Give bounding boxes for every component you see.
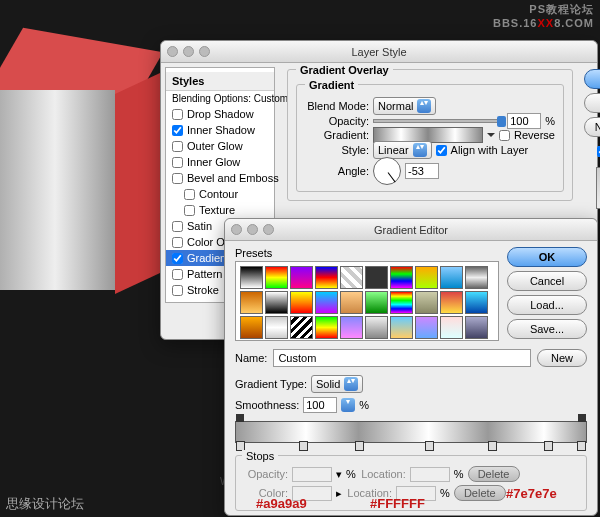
chevron-updown-icon[interactable]: ▾ <box>341 398 355 412</box>
close-icon[interactable] <box>231 224 242 235</box>
preset-swatch[interactable] <box>440 291 463 314</box>
gradient-bar[interactable] <box>235 421 587 443</box>
preset-swatch[interactable] <box>465 316 488 339</box>
preview-swatch <box>596 167 600 209</box>
preset-swatch[interactable] <box>365 266 388 289</box>
layer-style-titlebar[interactable]: Layer Style <box>161 41 597 63</box>
style-checkbox[interactable] <box>172 237 183 248</box>
preset-swatch[interactable] <box>290 291 313 314</box>
delete-button[interactable]: Delete <box>468 466 520 482</box>
style-checkbox[interactable] <box>172 269 183 280</box>
style-item-drop-shadow[interactable]: Drop Shadow <box>166 106 274 122</box>
preset-swatch[interactable] <box>265 266 288 289</box>
ge-save-button[interactable]: Save... <box>507 319 587 339</box>
name-field[interactable] <box>273 349 531 367</box>
preset-swatch[interactable] <box>315 316 338 339</box>
style-item-contour[interactable]: Contour <box>166 186 274 202</box>
zoom-icon[interactable] <box>199 46 210 57</box>
new-button[interactable]: New <box>537 349 587 367</box>
opacity-stop[interactable] <box>236 414 244 422</box>
minimize-icon[interactable] <box>183 46 194 57</box>
gradient-editor-title: Gradient Editor <box>374 224 448 236</box>
style-item-bevel-and-emboss[interactable]: Bevel and Emboss <box>166 170 274 186</box>
style-item-inner-glow[interactable]: Inner Glow <box>166 154 274 170</box>
opacity-field[interactable] <box>507 113 541 129</box>
gradient-dropdown-icon[interactable] <box>487 133 495 141</box>
style-checkbox[interactable] <box>184 205 195 216</box>
style-label: Stroke <box>187 284 219 296</box>
stop-opacity-field[interactable] <box>292 467 332 482</box>
style-checkbox[interactable] <box>172 157 183 168</box>
style-item-texture[interactable]: Texture <box>166 202 274 218</box>
preset-swatch[interactable] <box>340 266 363 289</box>
color-stop[interactable] <box>299 441 308 451</box>
preset-swatch[interactable] <box>415 291 438 314</box>
color-stop[interactable] <box>544 441 553 451</box>
angle-dial[interactable] <box>373 157 401 185</box>
ge-load-button[interactable]: Load... <box>507 295 587 315</box>
style-item-outer-glow[interactable]: Outer Glow <box>166 138 274 154</box>
preset-swatch[interactable] <box>240 316 263 339</box>
preset-swatch[interactable] <box>440 266 463 289</box>
delete-button[interactable]: Delete <box>454 485 506 501</box>
reverse-checkbox[interactable] <box>499 130 510 141</box>
chevron-down-icon[interactable]: ▾ <box>336 468 342 481</box>
preset-swatch[interactable] <box>340 291 363 314</box>
style-checkbox[interactable] <box>172 125 183 136</box>
align-checkbox[interactable] <box>436 145 447 156</box>
style-checkbox[interactable] <box>184 189 195 200</box>
opacity-slider[interactable] <box>373 119 503 123</box>
preset-swatch[interactable] <box>390 266 413 289</box>
preset-swatch[interactable] <box>415 316 438 339</box>
stops-label: Stops <box>242 450 278 462</box>
smoothness-field[interactable] <box>303 397 337 413</box>
preset-swatch[interactable] <box>340 316 363 339</box>
preset-swatch[interactable] <box>440 316 463 339</box>
chevron-down-icon[interactable]: ▸ <box>336 487 342 500</box>
zoom-icon[interactable] <box>263 224 274 235</box>
ok-button[interactable]: OK <box>584 69 600 89</box>
opacity-stop[interactable] <box>578 414 586 422</box>
preset-swatch[interactable] <box>415 266 438 289</box>
blend-mode-select[interactable]: Normal▴▾ <box>373 97 436 115</box>
new-style-button[interactable]: New Style... <box>584 117 600 137</box>
preset-swatch[interactable] <box>365 291 388 314</box>
preset-swatch[interactable] <box>240 291 263 314</box>
blending-options-row[interactable]: Blending Options: Custom <box>166 91 274 106</box>
minimize-icon[interactable] <box>247 224 258 235</box>
color-stop[interactable] <box>355 441 364 451</box>
style-checkbox[interactable] <box>172 141 183 152</box>
preset-swatch[interactable] <box>290 266 313 289</box>
ge-cancel-button[interactable]: Cancel <box>507 271 587 291</box>
preset-swatch[interactable] <box>465 291 488 314</box>
color-stop[interactable] <box>488 441 497 451</box>
preset-swatch[interactable] <box>390 316 413 339</box>
style-checkbox[interactable] <box>172 173 183 184</box>
preset-swatch[interactable] <box>315 291 338 314</box>
type-select[interactable]: Solid▴▾ <box>311 375 363 393</box>
preset-swatch[interactable] <box>290 316 313 339</box>
style-checkbox[interactable] <box>172 253 183 264</box>
preset-swatch[interactable] <box>265 291 288 314</box>
preset-swatch[interactable] <box>365 316 388 339</box>
color-stop[interactable] <box>577 441 586 451</box>
preset-swatch[interactable] <box>240 266 263 289</box>
preset-swatch[interactable] <box>315 266 338 289</box>
color-stop[interactable] <box>425 441 434 451</box>
stop-location-field[interactable] <box>410 467 450 482</box>
preset-swatch[interactable] <box>265 316 288 339</box>
style-checkbox[interactable] <box>172 109 183 120</box>
style-item-inner-shadow[interactable]: Inner Shadow <box>166 122 274 138</box>
angle-field[interactable] <box>405 163 439 179</box>
slider-thumb-icon[interactable] <box>497 116 506 127</box>
styles-header[interactable]: Styles <box>166 72 274 91</box>
preset-swatch[interactable] <box>465 266 488 289</box>
style-checkbox[interactable] <box>172 285 183 296</box>
style-checkbox[interactable] <box>172 221 183 232</box>
close-icon[interactable] <box>167 46 178 57</box>
preset-swatch[interactable] <box>390 291 413 314</box>
gradient-editor-titlebar[interactable]: Gradient Editor <box>225 219 597 241</box>
ge-ok-button[interactable]: OK <box>507 247 587 267</box>
style-select[interactable]: Linear▴▾ <box>373 141 432 159</box>
cancel-button[interactable]: Cancel <box>584 93 600 113</box>
